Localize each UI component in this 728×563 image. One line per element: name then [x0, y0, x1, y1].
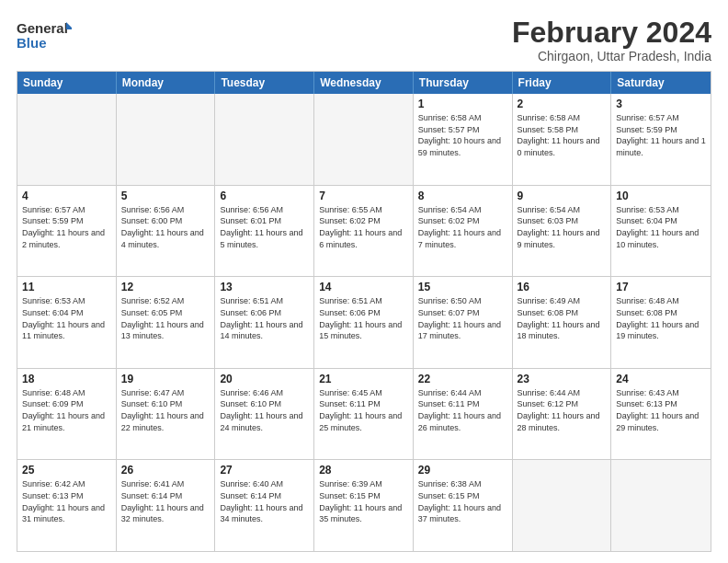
day-number: 12	[121, 281, 210, 293]
day-number: 1	[418, 98, 507, 110]
calendar-cell: 7Sunrise: 6:55 AM Sunset: 6:02 PM Daylig…	[314, 186, 414, 277]
day-number: 5	[121, 190, 210, 202]
calendar-cell: 9Sunrise: 6:54 AM Sunset: 6:03 PM Daylig…	[513, 186, 612, 277]
calendar-cell: 20Sunrise: 6:46 AM Sunset: 6:10 PM Dayli…	[215, 369, 314, 460]
calendar-cell: 18Sunrise: 6:48 AM Sunset: 6:09 PM Dayli…	[17, 369, 117, 460]
day-number: 13	[220, 281, 309, 293]
day-number: 10	[616, 190, 706, 202]
day-number: 26	[121, 464, 210, 477]
day-number: 17	[616, 281, 706, 293]
header-cell-friday: Friday	[513, 72, 612, 94]
calendar-row-3: 18Sunrise: 6:48 AM Sunset: 6:09 PM Dayli…	[17, 368, 711, 460]
day-number: 2	[518, 98, 607, 110]
calendar-cell	[314, 94, 414, 185]
calendar-cell: 27Sunrise: 6:40 AM Sunset: 6:14 PM Dayli…	[215, 460, 314, 551]
calendar-cell: 19Sunrise: 6:47 AM Sunset: 6:10 PM Dayli…	[117, 369, 216, 460]
calendar-header: SundayMondayTuesdayWednesdayThursdayFrid…	[17, 72, 711, 94]
day-number: 11	[22, 281, 111, 293]
day-number: 22	[418, 373, 507, 385]
day-number: 23	[518, 373, 607, 385]
day-info: Sunrise: 6:51 AM Sunset: 6:06 PM Dayligh…	[319, 295, 408, 341]
header-cell-wednesday: Wednesday	[314, 72, 414, 94]
day-info: Sunrise: 6:48 AM Sunset: 6:09 PM Dayligh…	[22, 387, 111, 433]
day-info: Sunrise: 6:58 AM Sunset: 5:58 PM Dayligh…	[518, 112, 607, 158]
day-info: Sunrise: 6:41 AM Sunset: 6:14 PM Dayligh…	[121, 478, 210, 524]
day-info: Sunrise: 6:40 AM Sunset: 6:14 PM Dayligh…	[220, 478, 309, 524]
calendar-cell: 10Sunrise: 6:53 AM Sunset: 6:04 PM Dayli…	[611, 186, 711, 277]
day-info: Sunrise: 6:45 AM Sunset: 6:11 PM Dayligh…	[319, 387, 408, 433]
calendar-cell	[215, 94, 314, 185]
day-info: Sunrise: 6:57 AM Sunset: 5:59 PM Dayligh…	[616, 112, 706, 158]
svg-text:General: General	[17, 20, 68, 36]
day-info: Sunrise: 6:52 AM Sunset: 6:05 PM Dayligh…	[121, 295, 210, 341]
calendar-cell: 5Sunrise: 6:56 AM Sunset: 6:00 PM Daylig…	[117, 186, 216, 277]
day-info: Sunrise: 6:57 AM Sunset: 5:59 PM Dayligh…	[22, 204, 111, 250]
day-info: Sunrise: 6:38 AM Sunset: 6:15 PM Dayligh…	[418, 478, 507, 524]
day-info: Sunrise: 6:56 AM Sunset: 6:01 PM Dayligh…	[220, 204, 309, 250]
calendar-cell: 23Sunrise: 6:44 AM Sunset: 6:12 PM Dayli…	[513, 369, 612, 460]
day-info: Sunrise: 6:50 AM Sunset: 6:07 PM Dayligh…	[418, 295, 507, 341]
logo-svg: General Blue	[17, 18, 72, 52]
header-cell-sunday: Sunday	[17, 72, 117, 94]
day-number: 20	[220, 373, 309, 385]
day-info: Sunrise: 6:47 AM Sunset: 6:10 PM Dayligh…	[121, 387, 210, 433]
calendar-cell: 25Sunrise: 6:42 AM Sunset: 6:13 PM Dayli…	[17, 460, 117, 551]
day-number: 18	[22, 373, 111, 385]
header-cell-saturday: Saturday	[611, 72, 711, 94]
day-number: 28	[319, 464, 408, 477]
day-info: Sunrise: 6:55 AM Sunset: 6:02 PM Dayligh…	[319, 204, 408, 250]
day-number: 21	[319, 373, 408, 385]
calendar-cell: 13Sunrise: 6:51 AM Sunset: 6:06 PM Dayli…	[215, 277, 314, 368]
day-number: 4	[22, 190, 111, 202]
day-number: 9	[518, 190, 607, 202]
calendar-cell	[513, 460, 612, 551]
day-info: Sunrise: 6:58 AM Sunset: 5:57 PM Dayligh…	[418, 112, 507, 158]
calendar-row-4: 25Sunrise: 6:42 AM Sunset: 6:13 PM Dayli…	[17, 459, 711, 551]
day-number: 8	[418, 190, 507, 202]
day-info: Sunrise: 6:44 AM Sunset: 6:12 PM Dayligh…	[518, 387, 607, 433]
day-info: Sunrise: 6:46 AM Sunset: 6:10 PM Dayligh…	[220, 387, 309, 433]
calendar-cell: 24Sunrise: 6:43 AM Sunset: 6:13 PM Dayli…	[611, 369, 711, 460]
day-number: 15	[418, 281, 507, 293]
day-number: 16	[518, 281, 607, 293]
day-info: Sunrise: 6:42 AM Sunset: 6:13 PM Dayligh…	[22, 478, 111, 524]
day-info: Sunrise: 6:44 AM Sunset: 6:11 PM Dayligh…	[418, 387, 507, 433]
calendar-cell	[117, 94, 216, 185]
calendar-cell: 8Sunrise: 6:54 AM Sunset: 6:02 PM Daylig…	[414, 186, 513, 277]
day-number: 24	[616, 373, 706, 385]
header-cell-tuesday: Tuesday	[215, 72, 314, 94]
calendar-cell: 1Sunrise: 6:58 AM Sunset: 5:57 PM Daylig…	[414, 94, 513, 185]
calendar-row-2: 11Sunrise: 6:53 AM Sunset: 6:04 PM Dayli…	[17, 276, 711, 368]
day-info: Sunrise: 6:53 AM Sunset: 6:04 PM Dayligh…	[22, 295, 111, 341]
day-number: 25	[22, 464, 111, 477]
page: General Blue February 2024 Chirgaon, Utt…	[0, 0, 728, 563]
svg-marker-2	[66, 22, 72, 29]
calendar-cell: 28Sunrise: 6:39 AM Sunset: 6:15 PM Dayli…	[314, 460, 414, 551]
calendar-cell: 11Sunrise: 6:53 AM Sunset: 6:04 PM Dayli…	[17, 277, 117, 368]
calendar-cell	[611, 460, 711, 551]
calendar-cell: 12Sunrise: 6:52 AM Sunset: 6:05 PM Dayli…	[117, 277, 216, 368]
calendar-title: February 2024	[512, 17, 711, 49]
calendar-cell: 17Sunrise: 6:48 AM Sunset: 6:08 PM Dayli…	[611, 277, 711, 368]
day-info: Sunrise: 6:43 AM Sunset: 6:13 PM Dayligh…	[616, 387, 706, 433]
calendar-cell: 14Sunrise: 6:51 AM Sunset: 6:06 PM Dayli…	[314, 277, 414, 368]
header-cell-thursday: Thursday	[414, 72, 513, 94]
day-info: Sunrise: 6:54 AM Sunset: 6:03 PM Dayligh…	[518, 204, 607, 250]
calendar-row-0: 1Sunrise: 6:58 AM Sunset: 5:57 PM Daylig…	[17, 94, 711, 185]
day-info: Sunrise: 6:49 AM Sunset: 6:08 PM Dayligh…	[518, 295, 607, 341]
calendar-subtitle: Chirgaon, Uttar Pradesh, India	[512, 49, 711, 63]
calendar-cell: 26Sunrise: 6:41 AM Sunset: 6:14 PM Dayli…	[117, 460, 216, 551]
calendar-cell: 29Sunrise: 6:38 AM Sunset: 6:15 PM Dayli…	[414, 460, 513, 551]
logo: General Blue	[17, 18, 72, 52]
day-number: 7	[319, 190, 408, 202]
calendar-cell: 22Sunrise: 6:44 AM Sunset: 6:11 PM Dayli…	[414, 369, 513, 460]
calendar-cell: 2Sunrise: 6:58 AM Sunset: 5:58 PM Daylig…	[513, 94, 612, 185]
calendar-cell: 16Sunrise: 6:49 AM Sunset: 6:08 PM Dayli…	[513, 277, 612, 368]
header-cell-monday: Monday	[117, 72, 216, 94]
day-number: 14	[319, 281, 408, 293]
day-info: Sunrise: 6:48 AM Sunset: 6:08 PM Dayligh…	[616, 295, 706, 341]
day-info: Sunrise: 6:53 AM Sunset: 6:04 PM Dayligh…	[616, 204, 706, 250]
day-number: 3	[616, 98, 706, 110]
day-number: 29	[418, 464, 507, 477]
day-info: Sunrise: 6:54 AM Sunset: 6:02 PM Dayligh…	[418, 204, 507, 250]
